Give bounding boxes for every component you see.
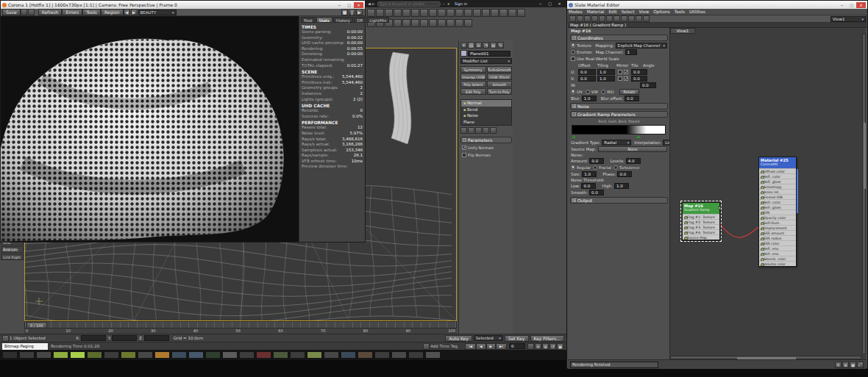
scale-icon[interactable] — [455, 9, 463, 17]
errors-button[interactable]: Errors — [62, 9, 82, 15]
node-slot[interactable]: Fresnel IOR — [759, 194, 796, 199]
modifier-stack-item[interactable]: Plane — [461, 119, 511, 126]
mirror2-icon[interactable] — [429, 19, 437, 27]
move-icon[interactable] — [438, 9, 446, 17]
configure-modifier-icon[interactable] — [490, 127, 497, 134]
menu-item[interactable]: Material — [587, 10, 605, 15]
corona-title-bar[interactable]: Corona 1 [Hotfix 1] | 1600x730px [1:1] |… — [1, 1, 365, 9]
modifier-button[interactable]: UVW Xform — [487, 73, 513, 80]
map-channel-field[interactable]: 1 — [625, 49, 637, 55]
taskbar-thumbnail[interactable] — [121, 351, 136, 359]
node-slot[interactable]: Flag #2: Texture — [683, 219, 719, 224]
search-input[interactable] — [377, 1, 441, 7]
modifier-button[interactable]: Symmetry — [460, 66, 486, 73]
orbit-view-icon[interactable]: ↺ — [549, 343, 556, 350]
remove-modifier-icon[interactable] — [483, 127, 489, 134]
nodeview-vscrollbar[interactable] — [862, 34, 866, 354]
taskbar-thumbnail[interactable] — [341, 351, 356, 359]
snap-toggle-icon[interactable] — [464, 9, 472, 17]
view-dropdown[interactable]: View1 — [830, 16, 866, 22]
vfb-tab[interactable]: Post — [301, 17, 316, 23]
node-slot[interactable]: Flag #1: Texture — [683, 214, 719, 219]
maximize-viewport-icon[interactable]: ▣ — [557, 343, 563, 350]
zoom-extents2-icon[interactable]: ⤢ — [857, 362, 864, 368]
render-icon[interactable] — [394, 19, 402, 27]
go-to-start-button[interactable]: |◀ — [465, 343, 476, 350]
prev-frame-button[interactable]: ◀ — [476, 343, 485, 350]
taskbar-thumbnail[interactable] — [154, 351, 170, 359]
vfb-tab[interactable]: Stats — [316, 17, 332, 23]
undo-icon[interactable] — [367, 9, 375, 17]
node-slot[interactable]: Flag #3: Texture — [683, 224, 719, 229]
taskbar-thumbnail[interactable] — [307, 351, 322, 359]
modifier-stack-item[interactable]: Noise — [461, 112, 511, 119]
select-link-icon[interactable] — [385, 9, 393, 17]
v-mirror-checkbox[interactable] — [618, 76, 622, 81]
vw-radio[interactable] — [586, 90, 590, 94]
menu-item[interactable]: Modes — [569, 10, 583, 15]
high-field[interactable]: 1.0 — [614, 183, 629, 189]
pan-view-icon[interactable]: ✛ — [535, 343, 541, 350]
zoom-tool-icon[interactable]: ⊕ — [842, 362, 849, 368]
tools-button[interactable]: Tools — [82, 9, 101, 15]
zoom-view-icon[interactable]: ⊕ — [542, 343, 549, 350]
material-id-icon[interactable] — [591, 15, 598, 22]
layout-children-icon[interactable] — [628, 15, 635, 22]
taskbar-thumbnail[interactable] — [357, 351, 373, 359]
unlink-icon[interactable] — [394, 9, 402, 17]
gradient-node-output-socket[interactable] — [718, 207, 721, 209]
taskbar-thumbnail[interactable] — [290, 351, 305, 359]
taskbar-thumbnail[interactable] — [239, 351, 255, 359]
interpolation-dropdown[interactable]: Linear — [663, 140, 670, 146]
parameters-rollout-header[interactable]: −Parameters — [460, 137, 512, 143]
taskbar-thumbnail[interactable] — [36, 351, 51, 359]
crossing-selection-icon[interactable] — [429, 9, 437, 17]
set-key-button[interactable]: Set Key — [505, 335, 529, 342]
size-field[interactable]: 1.0 — [582, 171, 597, 177]
environ-radio[interactable] — [571, 50, 575, 54]
utilities-tab-icon[interactable]: ✎ — [497, 42, 504, 49]
v-offset-field[interactable]: 0.0 — [578, 76, 596, 82]
gradient-node-header[interactable]: Map #16 Gradient Ramp — [683, 203, 719, 214]
corona-node-scrollbar[interactable] — [797, 169, 798, 213]
u-mirror-checkbox[interactable] — [618, 70, 622, 74]
play-button[interactable]: ▶ — [486, 343, 496, 350]
assign-to-selection-icon[interactable] — [599, 15, 605, 22]
modifier-button[interactable]: Smooth — [487, 81, 513, 87]
node-slot[interactable]: IOR — [759, 209, 796, 215]
node-slot[interactable]: Refl. env. — [759, 245, 796, 251]
toolbar-extra3-icon[interactable] — [464, 19, 472, 27]
z-field[interactable] — [144, 335, 169, 341]
gradient-stop-marker-mid[interactable] — [636, 135, 641, 138]
viewport-layout-tab[interactable]: Grid Left — [1, 246, 24, 253]
node-slot[interactable]: Source Map — [683, 234, 719, 240]
timeline[interactable]: 0 / 100 — [24, 321, 457, 328]
modifier-stack-item[interactable]: Normal — [461, 100, 511, 107]
put-to-library-icon[interactable] — [584, 15, 591, 22]
v-angle-field[interactable]: 0.0 — [631, 76, 647, 82]
taskbar-thumbnail[interactable] — [53, 351, 68, 359]
texture-radio[interactable] — [571, 43, 575, 48]
render-element-dropdown[interactable]: BEAUTY — [138, 10, 177, 15]
taskbar-thumbnail[interactable] — [19, 351, 35, 359]
taskbar-thumbnail[interactable] — [273, 351, 288, 359]
angle-snap-icon[interactable] — [473, 9, 481, 17]
node-view[interactable]: View1 Map #16 Gradient Ramp Flag #1: Tex… — [670, 28, 866, 359]
real-world-checkbox[interactable] — [571, 57, 575, 61]
pin-stack-icon[interactable] — [460, 127, 467, 134]
node-slot[interactable]: Refr. color — [759, 199, 796, 204]
wu-radio[interactable] — [601, 90, 605, 94]
next-frame-button[interactable]: ▶| — [496, 343, 507, 350]
add-time-tag[interactable]: Add Time Tag — [430, 344, 458, 348]
time-tag-icon[interactable] — [423, 343, 430, 350]
unify-normals-checkbox[interactable] — [462, 146, 466, 150]
create-tab-icon[interactable]: ✦ — [460, 42, 467, 49]
node-slot[interactable]: SSS color — [759, 240, 796, 245]
layout-all-icon[interactable] — [621, 15, 627, 22]
prev-element-icon[interactable]: ◀ — [124, 9, 130, 15]
back-icon[interactable]: ◀ — [368, 1, 371, 6]
vfb-tab[interactable]: LightMix — [366, 17, 389, 23]
vfb-tab[interactable]: DR — [354, 17, 366, 23]
modifier-list-dropdown[interactable]: Modifier List — [460, 58, 512, 64]
rect-selection-icon[interactable] — [420, 9, 428, 17]
